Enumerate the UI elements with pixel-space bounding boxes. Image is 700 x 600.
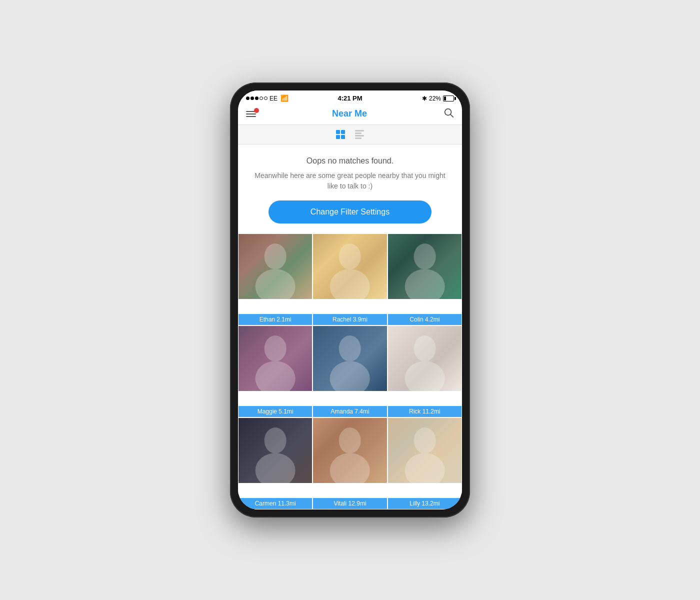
svg-point-13 xyxy=(404,361,444,391)
person-card[interactable]: Maggie 5.1mi xyxy=(238,326,312,418)
status-right: ✱ 22% xyxy=(422,95,454,102)
person-card[interactable]: Colin 4.2mi xyxy=(388,234,462,326)
person-card[interactable]: Ethan 2.1mi xyxy=(238,234,312,326)
no-matches-title: Oops no matches found. xyxy=(254,156,446,166)
battery-percent: 22% xyxy=(429,95,441,102)
nav-bar: Near Me xyxy=(238,104,462,125)
person-label: Lilly 13.2mi xyxy=(388,498,462,509)
carrier-label: EE xyxy=(270,95,278,102)
svg-point-6 xyxy=(414,244,436,270)
svg-point-19 xyxy=(404,453,444,483)
person-card[interactable]: Rachel 3.9mi xyxy=(312,234,387,326)
person-label: Ethan 2.1mi xyxy=(238,314,312,325)
svg-point-7 xyxy=(404,269,444,299)
no-matches-subtitle: Meanwhile here are some great people nea… xyxy=(254,170,446,192)
nav-title: Near Me xyxy=(332,108,367,119)
no-matches-section: Oops no matches found. Meanwhile here ar… xyxy=(238,144,462,234)
person-label: Maggie 5.1mi xyxy=(238,406,312,417)
search-button[interactable] xyxy=(443,107,454,120)
person-card[interactable]: Rick 11.2mi xyxy=(388,326,462,418)
status-time: 4:21 PM xyxy=(338,94,362,102)
svg-point-9 xyxy=(256,361,296,391)
grid-view-button[interactable] xyxy=(336,130,345,139)
view-toggle-bar xyxy=(238,125,462,144)
person-card[interactable]: Amanda 7.4mi xyxy=(312,326,387,418)
person-card[interactable]: Carmen 11.3mi xyxy=(238,418,312,510)
svg-point-17 xyxy=(330,453,370,483)
menu-button[interactable] xyxy=(246,111,256,117)
person-label: Colin 4.2mi xyxy=(388,314,462,325)
status-left: EE 📶 xyxy=(246,94,288,102)
people-grid: Ethan 2.1mi Rachel 3.9mi Colin 4.2mi Mag… xyxy=(238,234,462,510)
person-card[interactable]: Lilly 13.2mi xyxy=(388,418,462,510)
person-label: Vitali 12.9mi xyxy=(313,498,386,509)
svg-point-2 xyxy=(264,244,286,270)
notification-badge xyxy=(254,108,259,113)
person-label: Rachel 3.9mi xyxy=(313,314,386,325)
person-label: Carmen 11.3mi xyxy=(238,498,312,509)
svg-point-12 xyxy=(414,336,436,362)
svg-point-3 xyxy=(256,269,296,299)
svg-line-1 xyxy=(450,114,453,117)
svg-point-14 xyxy=(264,428,286,454)
svg-point-18 xyxy=(414,428,436,454)
list-view-button[interactable] xyxy=(355,130,364,139)
device-frame: EE 📶 4:21 PM ✱ 22% Near xyxy=(230,82,470,518)
battery-icon xyxy=(443,96,454,102)
svg-point-4 xyxy=(339,244,361,270)
svg-point-8 xyxy=(264,336,286,362)
person-label: Amanda 7.4mi xyxy=(313,406,386,417)
svg-point-11 xyxy=(330,361,370,391)
svg-point-5 xyxy=(330,269,370,299)
person-card[interactable]: Vitali 12.9mi xyxy=(312,418,387,510)
device-screen: EE 📶 4:21 PM ✱ 22% Near xyxy=(238,90,462,510)
wifi-icon: 📶 xyxy=(280,94,288,102)
change-filter-button[interactable]: Change Filter Settings xyxy=(268,200,432,224)
svg-point-15 xyxy=(256,453,296,483)
svg-point-16 xyxy=(339,428,361,454)
status-bar: EE 📶 4:21 PM ✱ 22% xyxy=(238,90,462,104)
person-label: Rick 11.2mi xyxy=(388,406,462,417)
svg-point-10 xyxy=(339,336,361,362)
bluetooth-icon: ✱ xyxy=(422,95,427,102)
